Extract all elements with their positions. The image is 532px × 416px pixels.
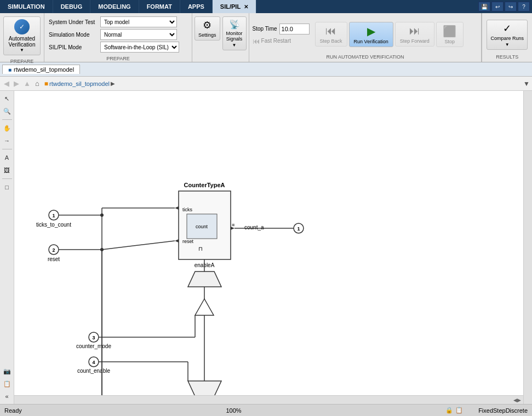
scrollbar-right[interactable] [523, 91, 532, 404]
run-verification-label: Run Verification [354, 39, 388, 44]
simulation-mode-select[interactable]: Normal [100, 29, 177, 40]
svg-text:ticks_to_count: ticks_to_count [36, 222, 71, 228]
monitor-signals-button[interactable]: 📡 Monitor Signals ▼ [222, 16, 247, 50]
status-icons: 🔒 📋 [445, 407, 463, 414]
lt-text-btn[interactable]: A [2, 152, 13, 163]
run-verification-button[interactable]: ▶ Run Verification [349, 22, 393, 47]
svg-text:4: 4 [92, 360, 95, 365]
compare-runs-label: Compare Runs [490, 36, 524, 41]
svg-text:1: 1 [297, 226, 300, 232]
svg-text:≡: ≡ [232, 222, 234, 228]
model-tab-icon: ■ [8, 67, 12, 73]
menu-tab-sil-pil[interactable]: SIL/PIL ✕ [213, 0, 256, 13]
step-back-button[interactable]: ⏮ Step Back [315, 22, 347, 47]
breadcrumb: ■ rtwdemo_sil_topmodel ▶ [44, 80, 115, 88]
stop-button[interactable]: ⬛ Stop [436, 22, 464, 47]
sil-pil-label: SIL/PIL [220, 3, 241, 10]
nav-up-button[interactable]: ▲ [22, 79, 32, 88]
step-forward-button[interactable]: ⏭ Step Forward [395, 22, 434, 47]
close-icon[interactable]: ✕ [244, 4, 248, 10]
canvas-area[interactable]: CounterTypeA ticks reset count ⊓ Counter… [14, 91, 532, 404]
menu-tab-debug[interactable]: DEBUG [53, 0, 91, 13]
step-back-label: Step Back [320, 38, 342, 44]
help-icon-btn[interactable]: ? [518, 2, 530, 11]
run-section: Stop Time ⏮ Fast Restart ⏮ Step Back ▶ R… [249, 13, 482, 62]
mode-section-label: PREPARE [10, 57, 33, 64]
run-section-label: RUN AUTOMATED VERIFICATION [253, 54, 478, 60]
zoom-hint: ◀▶ [513, 397, 521, 403]
breadcrumb-arrow: ▶ [111, 80, 115, 86]
breadcrumb-model-name[interactable]: rtwdemo_sil_topmodel [49, 80, 110, 87]
solver-info: FixedStepDiscrete [478, 407, 528, 414]
svg-text:⊓: ⊓ [198, 246, 203, 252]
svg-text:count: count [196, 224, 208, 229]
settings-section-label [220, 54, 221, 61]
step-forward-icon: ⏭ [409, 25, 420, 37]
fast-restart-label[interactable]: Fast Restart [261, 38, 291, 44]
lt-bottom-btn2[interactable]: 📋 [2, 378, 13, 389]
svg-point-53 [100, 213, 104, 217]
svg-text:count_a: count_a [244, 224, 264, 230]
svg-text:1: 1 [52, 213, 55, 218]
model-icon: ■ [44, 80, 48, 88]
nav-home-button[interactable]: ⌂ [33, 79, 41, 88]
settings-button[interactable]: ⚙ Settings [195, 16, 220, 41]
settings-label: Settings [198, 32, 216, 38]
sil-pil-mode-select[interactable]: Software-in-the-Loop (SIL) [100, 42, 179, 53]
status-icon-1[interactable]: 🔒 [445, 407, 453, 414]
menu-tab-format[interactable]: FORMAT [139, 0, 180, 13]
lt-image-btn[interactable]: 🖼 [2, 165, 13, 176]
svg-text:counter_mode: counter_mode [76, 343, 111, 349]
scrollbar-bottom[interactable]: ◀▶ [14, 395, 523, 404]
auto-verify-button[interactable]: ✓ AutomatedVerification ▼ [3, 16, 41, 55]
toolbar-section-prepare: System Under Test Top model Simulation M… [44, 13, 192, 62]
redo-icon-btn[interactable]: ↪ [505, 2, 517, 11]
menu-tab-simulation[interactable]: SIMULATION [0, 0, 53, 13]
stop-time-input[interactable] [279, 24, 310, 34]
lt-collapse-btn[interactable]: « [2, 391, 13, 402]
svg-point-54 [100, 248, 104, 251]
model-tab[interactable]: ■ rtwdemo_sil_topmodel [2, 65, 80, 74]
svg-text:2: 2 [52, 247, 55, 253]
compare-runs-button[interactable]: ✓ Compare Runs ▼ [487, 20, 528, 50]
step-forward-label: Step Forward [400, 38, 430, 44]
lt-arrow-btn[interactable]: → [2, 135, 13, 146]
lt-pointer-btn[interactable]: ↖ [2, 93, 13, 104]
counter-type-a-label: CounterTypeA [184, 182, 225, 188]
save-icon-btn[interactable]: 💾 [478, 2, 490, 11]
svg-text:3: 3 [92, 335, 95, 340]
system-under-test-select[interactable]: Top model [100, 16, 177, 27]
svg-text:reset: reset [48, 256, 60, 262]
status-bar: Ready 100% 🔒 📋 FixedStepDiscrete [0, 404, 532, 416]
lt-pan-btn[interactable]: ✋ [2, 123, 13, 134]
stop-time-label: Stop Time [253, 26, 277, 32]
nav-forward-button[interactable]: ▶ [12, 79, 21, 88]
stop-label: Stop [444, 39, 455, 44]
run-controls: Stop Time ⏮ Fast Restart ⏮ Step Back ▶ R… [253, 15, 478, 53]
nav-back-button[interactable]: ◀ [2, 79, 11, 88]
left-toolbar: ↖ 🔍 ✋ → A 🖼 □ 📷 📋 « [0, 91, 14, 404]
stop-icon: ⬛ [443, 25, 456, 38]
auto-verify-icon: ✓ [14, 19, 30, 34]
results-section-label: RESULTS [487, 54, 528, 60]
system-under-test-label: System Under Test [49, 19, 98, 25]
tab-bar: ■ rtwdemo_sil_topmodel [0, 62, 532, 77]
svg-text:ticks: ticks [182, 207, 193, 212]
monitor-signals-icon: 📡 [229, 19, 240, 30]
undo-icon-btn[interactable]: ↩ [491, 2, 504, 11]
prepare-section-label: PREPARE [106, 55, 129, 61]
lt-zoom-btn[interactable]: 🔍 [2, 106, 13, 117]
results-section: ✓ Compare Runs ▼ RESULTS [482, 13, 532, 62]
menu-tab-apps[interactable]: APPS [180, 0, 213, 13]
sil-pil-mode-label: SIL/PIL Mode [49, 44, 98, 50]
menu-tab-modeling[interactable]: MODELING [90, 0, 139, 13]
lt-area-btn[interactable]: □ [2, 182, 13, 193]
main-area: ↖ 🔍 ✋ → A 🖼 □ 📷 📋 « CounterTypeA ticks r… [0, 91, 532, 404]
status-icon-2[interactable]: 📋 [455, 407, 463, 414]
lt-bottom-btn1[interactable]: 📷 [2, 366, 13, 377]
svg-text:reset: reset [182, 239, 194, 244]
toolbar-section-settings: ⚙ Settings 📡 Monitor Signals ▼ [192, 13, 249, 62]
settings-icon: ⚙ [203, 19, 211, 31]
stop-time-group: Stop Time [253, 24, 310, 34]
nav-dropdown[interactable]: ▼ [523, 80, 530, 88]
